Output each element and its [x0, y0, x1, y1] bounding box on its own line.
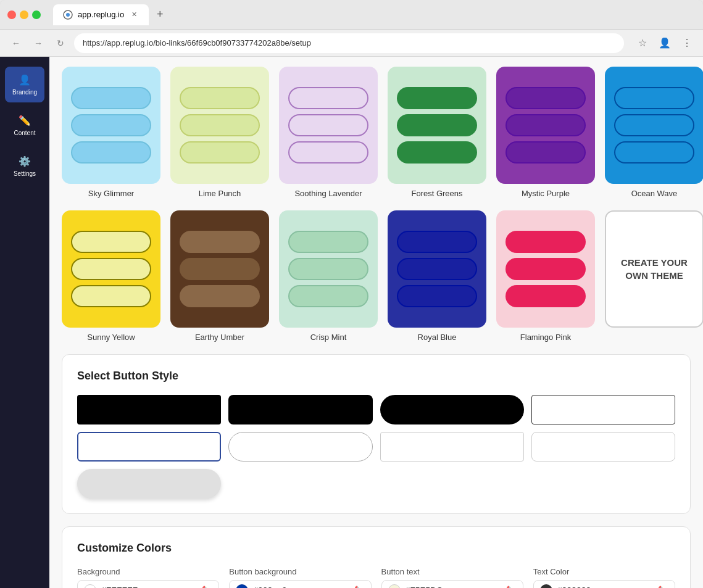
sidebar-item-branding[interactable]: 👤 Branding [5, 67, 44, 102]
text-color-input-row[interactable]: #333333 ✏️ [533, 580, 675, 588]
theme-label-flamingo-pink: Flamingo Pink [520, 333, 571, 342]
main-content: Sky Glimmer Lime Punch [49, 57, 703, 588]
text-color-edit-icon[interactable]: ✏️ [658, 586, 668, 588]
theme-card-lime-punch[interactable]: Lime Punch [170, 67, 269, 198]
color-field-text-color: Text Color #333333 ✏️ [533, 567, 675, 588]
button-background-edit-icon[interactable]: ✏️ [354, 586, 365, 588]
theme-label-sky-glimmer: Sky Glimmer [88, 189, 134, 198]
theme-label-soothing-lavender: Soothing Lavender [294, 189, 362, 198]
text-color-swatch [540, 584, 552, 588]
branding-icon: 👤 [18, 73, 31, 86]
theme-label-mystic-purple: Mystic Purple [522, 189, 570, 198]
background-value: #FFFFFF [101, 586, 197, 588]
background-input-row[interactable]: #FFFFFF ✏️ [77, 580, 219, 588]
theme-card-crisp-mint[interactable]: Crisp Mint [279, 210, 378, 342]
browser-actions: ☆ 👤 ⋮ [634, 35, 696, 52]
app-layout: 👤 Branding ✏️ Content ⚙️ Settings [0, 57, 703, 588]
address-bar[interactable]: https://app.replug.io/bio-links/66f69cb0… [74, 33, 624, 53]
content-icon: ✏️ [18, 114, 31, 127]
customize-colors-title: Customize Colors [77, 542, 675, 555]
button-background-swatch [236, 584, 248, 588]
theme-label-forest-greens: Forest Greens [411, 189, 462, 198]
customize-colors-section: Customize Colors Background #FFFFFF ✏️ B… [62, 526, 691, 588]
theme-card-create-own[interactable]: CREATE YOUR OWN THEME [605, 210, 703, 342]
theme-grid-row2: Sunny Yellow Earthy Umber [62, 210, 691, 342]
button-text-label: Button text [381, 567, 523, 576]
btn-style-black-pill[interactable] [380, 395, 524, 424]
bookmark-button[interactable]: ☆ [634, 35, 651, 52]
btn-style-black-rect[interactable] [77, 395, 221, 424]
tab-bar: app.replug.io ✕ + [53, 4, 168, 25]
colors-grid: Background #FFFFFF ✏️ Button background … [77, 567, 675, 588]
theme-label-lime-punch: Lime Punch [199, 189, 241, 198]
browser-titlebar: app.replug.io ✕ + [0, 0, 703, 30]
sidebar-item-settings[interactable]: ⚙️ Settings [5, 148, 44, 184]
color-field-button-text: Button text #F5F5DC ✏️ [381, 567, 523, 588]
button-text-swatch [388, 584, 401, 588]
settings-icon: ⚙️ [18, 154, 31, 168]
active-tab[interactable]: app.replug.io ✕ [53, 4, 149, 25]
text-color-label: Text Color [533, 567, 675, 576]
browser-window: app.replug.io ✕ + ← → ↻ https://app.repl… [0, 0, 703, 588]
theme-card-royal-blue[interactable]: Royal Blue [388, 210, 486, 342]
url-text: https://app.replug.io/bio-links/66f69cb0… [83, 38, 311, 48]
theme-card-earthy-umber[interactable]: Earthy Umber [170, 210, 269, 342]
theme-card-sunny-yellow[interactable]: Sunny Yellow [62, 210, 160, 342]
tab-icon [63, 10, 73, 20]
btn-style-outline-pill[interactable] [228, 432, 372, 462]
button-background-input-row[interactable]: #003aa9 ✏️ [229, 580, 371, 588]
theme-card-sky-glimmer[interactable]: Sky Glimmer [62, 67, 160, 198]
button-background-value: #003aa9 [253, 586, 349, 588]
color-field-background: Background #FFFFFF ✏️ [77, 567, 219, 588]
minimize-button[interactable] [20, 10, 28, 19]
theme-card-mystic-purple[interactable]: Mystic Purple [496, 67, 595, 198]
theme-card-ocean-wave[interactable]: Ocean Wave [605, 67, 703, 198]
background-swatch [84, 584, 96, 588]
theme-label-sunny-yellow: Sunny Yellow [87, 333, 135, 342]
button-style-title: Select Button Style [77, 370, 675, 383]
sidebar: 👤 Branding ✏️ Content ⚙️ Settings [0, 57, 49, 588]
button-text-value: #F5F5DC [406, 586, 501, 588]
reload-button[interactable]: ↻ [52, 35, 69, 52]
traffic-lights [7, 10, 41, 19]
color-field-button-background: Button background #003aa9 ✏️ [229, 567, 371, 588]
address-bar-row: ← → ↻ https://app.replug.io/bio-links/66… [0, 30, 703, 57]
theme-label-royal-blue: Royal Blue [418, 333, 457, 342]
btn-style-outline-soft[interactable] [380, 432, 524, 462]
tab-close-button[interactable]: ✕ [129, 10, 139, 20]
theme-card-flamingo-pink[interactable]: Flamingo Pink [496, 210, 595, 342]
theme-label-crisp-mint: Crisp Mint [310, 333, 347, 342]
menu-button[interactable]: ⋮ [678, 35, 696, 52]
text-color-value: #333333 [557, 586, 653, 588]
button-text-input-row[interactable]: #F5F5DC ✏️ [381, 580, 523, 588]
btn-style-outline-rect[interactable] [531, 395, 675, 424]
maximize-button[interactable] [32, 10, 41, 19]
sidebar-settings-label: Settings [14, 170, 36, 178]
tab-label: app.replug.io [78, 10, 124, 19]
create-own-text: CREATE YOUR OWN THEME [616, 256, 693, 282]
btn-style-black-rounded[interactable] [228, 395, 372, 424]
forward-button[interactable]: → [30, 35, 47, 52]
btn-style-outline-rect-selected[interactable] [77, 432, 221, 462]
theme-label-ocean-wave: Ocean Wave [631, 189, 678, 198]
theme-card-forest-greens[interactable]: Forest Greens [388, 67, 486, 198]
btn-style-shadow-pill[interactable] [77, 469, 221, 499]
button-style-section: Select Button Style [62, 354, 691, 514]
sidebar-item-content[interactable]: ✏️ Content [5, 107, 44, 143]
background-edit-icon[interactable]: ✏️ [202, 586, 212, 588]
button-text-edit-icon[interactable]: ✏️ [506, 586, 517, 588]
btn-style-outline-soft-rounded[interactable] [531, 432, 675, 462]
back-button[interactable]: ← [7, 35, 25, 52]
close-button[interactable] [7, 10, 16, 19]
sidebar-content-label: Content [14, 130, 35, 137]
theme-card-soothing-lavender[interactable]: Soothing Lavender [279, 67, 378, 198]
svg-point-1 [66, 13, 70, 17]
profile-button[interactable]: 👤 [656, 35, 673, 52]
background-label: Background [77, 567, 219, 576]
sidebar-branding-label: Branding [12, 89, 37, 96]
button-background-label: Button background [229, 567, 371, 576]
theme-label-earthy-umber: Earthy Umber [195, 333, 244, 342]
theme-grid-row1: Sky Glimmer Lime Punch [62, 67, 691, 198]
button-styles-grid [77, 395, 675, 499]
new-tab-button[interactable]: + [151, 6, 168, 23]
